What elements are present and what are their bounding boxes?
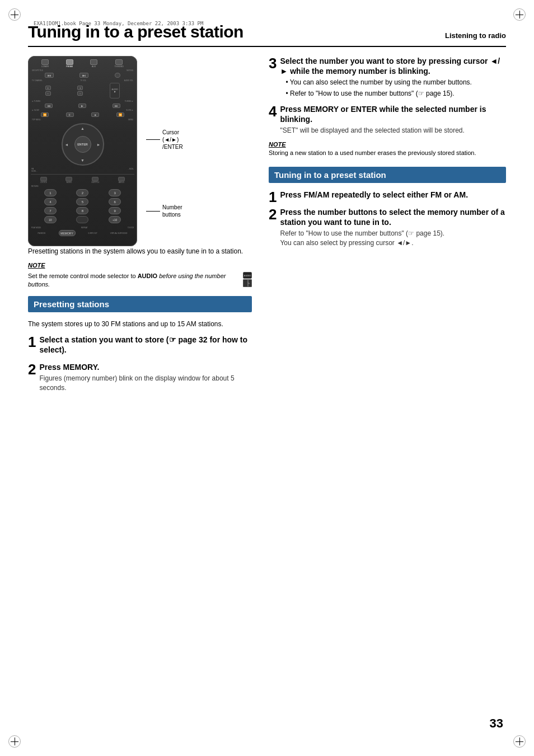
note1-text: Set the remote control mode selector to …: [28, 272, 237, 289]
remote-control-image: LOWER FM/AM AUX: [28, 56, 137, 246]
presetting-step-3: 3 Select the number you want to store by…: [269, 56, 506, 98]
tuning-step-1: 1 Press FM/AM repeatedly to select eithe…: [269, 190, 506, 201]
corner-mark-tl: [8, 8, 21, 21]
corner-mark-bl: [8, 735, 21, 748]
note1-title: NOTE: [28, 262, 252, 269]
remote-wrapper: LOWER FM/AM AUX: [28, 56, 252, 246]
step-2-title: Press MEMORY.: [39, 362, 252, 372]
tuning-step-2-number: 2: [269, 207, 277, 222]
page-title: Tuning in to a preset station: [28, 22, 243, 41]
corner-mark-tr: [513, 8, 526, 21]
tuning-step-2: 2 Press the number buttons to select the…: [269, 207, 506, 248]
presetting-section-bar: Presetting stations: [28, 296, 252, 312]
step-4-number: 4: [269, 104, 277, 119]
section-label: Listening to radio: [445, 31, 506, 41]
step-2-desc: Figures (memory number) blink on the dis…: [39, 374, 252, 393]
step-2-number: 2: [28, 362, 36, 377]
step-3-bullet-1: You can also select the number by using …: [280, 78, 506, 87]
presetting-intro: The system stores up to 30 FM stations a…: [28, 319, 252, 329]
tuning-step-1-title: Press FM/AM repeatedly to select either …: [280, 190, 506, 200]
tuning-step-2-desc: Refer to "How to use the number buttons"…: [280, 229, 506, 248]
presetting-step-4: 4 Press MEMORY or ENTER while the select…: [269, 104, 506, 135]
page-number: 33: [490, 716, 503, 731]
corner-mark-br: [513, 735, 526, 748]
presetting-step-1: 1 Select a station you want to store (☞ …: [28, 335, 252, 356]
note1-content: Set the remote control mode selector to …: [28, 272, 252, 289]
cursor-callout: Cursor(◄/►)/ENTER: [146, 129, 183, 151]
note1: NOTE Set the remote control mode selecto…: [28, 262, 252, 289]
step-3-bullet-2: Refer to "How to use the number buttons"…: [280, 89, 506, 98]
step-1-number: 1: [28, 335, 36, 349]
page: EXA1[DOM].book Page 33 Monday, December …: [0, 0, 534, 756]
right-column: 3 Select the number you want to store by…: [269, 56, 506, 398]
tuning-step-2-title: Press the number buttons to select the m…: [280, 207, 506, 227]
step-4-title: Press MEMORY or ENTER while the selected…: [280, 104, 506, 124]
callout-labels: Cursor(◄/►)/ENTER Numberbuttons: [143, 56, 183, 246]
note2-title: NOTE: [269, 141, 506, 148]
note2-text: Storing a new station to a used number e…: [269, 149, 506, 157]
step-3-title: Select the number you want to store by p…: [280, 56, 506, 76]
main-content: LOWER FM/AM AUX: [28, 56, 506, 398]
presetting-step-2: 2 Press MEMORY. Figures (memory number) …: [28, 362, 252, 393]
tuning-step-1-number: 1: [269, 190, 277, 204]
page-header: Tuning in to a preset station Listening …: [28, 22, 506, 47]
step-1-title: Select a station you want to store (☞ pa…: [39, 335, 252, 355]
left-column: LOWER FM/AM AUX: [28, 56, 252, 398]
intro-text: Presetting stations in the system allows…: [28, 246, 252, 256]
tuning-section-bar: Tuning in to a preset station: [269, 167, 506, 183]
note2: NOTE Storing a new station to a used num…: [269, 141, 506, 157]
step-4-desc: "SET" will be displayed and the selected…: [280, 126, 506, 135]
number-buttons-label: Numberbuttons: [162, 204, 182, 218]
number-buttons-callout: Numberbuttons: [146, 159, 183, 218]
cursor-label: Cursor(◄/►)/ENTER: [162, 129, 183, 151]
step-3-number: 3: [269, 56, 277, 71]
